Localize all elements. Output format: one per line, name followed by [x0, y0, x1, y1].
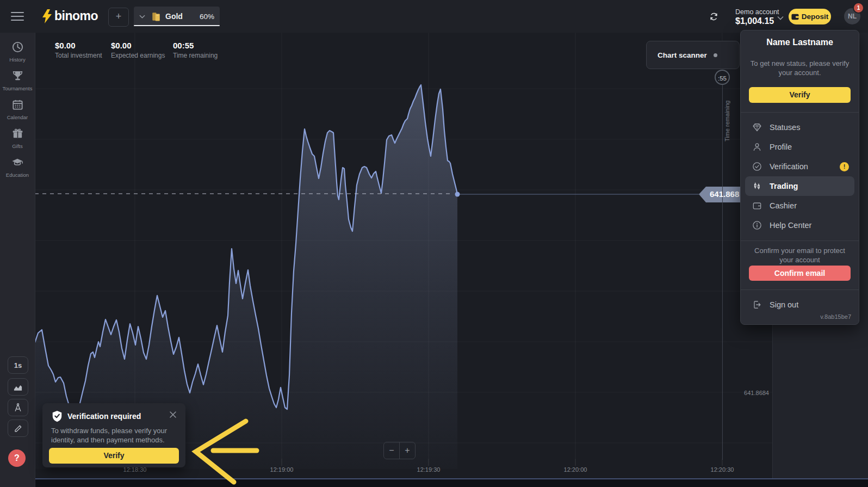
- status-hint-text: To get new status, please verify your ac…: [748, 59, 851, 77]
- sidebar-item-education[interactable]: Education: [0, 156, 35, 185]
- countdown-timer: :55: [715, 70, 730, 85]
- gold-asset-icon: [151, 11, 161, 22]
- sidebar-item-label: Tournaments: [0, 85, 35, 91]
- shield-check-icon: [51, 410, 63, 423]
- sign-out-label: Sign out: [770, 300, 798, 309]
- profile-icon: [752, 141, 762, 152]
- compass-icon: [13, 403, 23, 412]
- asset-tab-payout: 60%: [200, 13, 214, 21]
- account-chevron-down-icon[interactable]: [777, 16, 784, 20]
- indicators-button[interactable]: [8, 399, 28, 416]
- zoom-in-button[interactable]: +: [400, 442, 415, 459]
- time-remaining-label: Time remaining: [173, 52, 218, 59]
- scanner-status-dot: [714, 53, 717, 57]
- total-investment-value: $0.00: [55, 41, 102, 50]
- asset-tab-gold[interactable]: Gold 60%: [134, 7, 220, 26]
- sidebar-item-label: Calendar: [0, 114, 35, 120]
- menu-item-label: Statuses: [770, 123, 800, 132]
- total-investment-stat: $0.00 Total investment: [55, 41, 102, 59]
- confirm-email-note: Confirm your email to protect your accou…: [748, 246, 851, 264]
- popup-verify-button[interactable]: Verify: [49, 448, 179, 464]
- menu-item-label: Verification: [770, 162, 808, 171]
- menu-item-help-center[interactable]: Help Center: [741, 215, 859, 235]
- asset-tab-underline: [134, 25, 220, 26]
- tutorial-arrow-icon: [189, 411, 261, 485]
- confirm-email-button[interactable]: Confirm email: [749, 266, 851, 281]
- menu-item-cashier[interactable]: Cashier: [741, 196, 859, 215]
- account-type-label: Demo account: [735, 8, 779, 16]
- info-icon: [752, 220, 762, 231]
- asset-tab-name: Gold: [165, 12, 183, 21]
- verification-required-popup: Verification required To withdraw funds,…: [42, 403, 185, 467]
- sidebar-item-history[interactable]: History: [0, 41, 35, 70]
- binomo-logo-text[interactable]: binomo: [54, 9, 98, 23]
- total-investment-label: Total investment: [55, 52, 102, 59]
- add-asset-tab-button[interactable]: +: [108, 8, 129, 27]
- verify-account-button[interactable]: Verify: [749, 87, 851, 103]
- menu-item-label: Help Center: [770, 221, 811, 230]
- verification-alert-badge: !: [840, 162, 849, 171]
- account-dropdown-menu: Name Lastname To get new status, please …: [740, 30, 859, 325]
- wallet-icon: [791, 14, 799, 20]
- zoom-out-button[interactable]: −: [384, 442, 400, 459]
- bottom-strip: [35, 479, 868, 487]
- close-icon[interactable]: [169, 411, 177, 418]
- sidebar-item-calendar[interactable]: Calendar: [0, 98, 35, 127]
- time-axis-tick: 12:19:30: [407, 466, 450, 473]
- refresh-icon[interactable]: [709, 11, 719, 22]
- popup-body-text: To withdraw funds, please verify your id…: [51, 426, 175, 445]
- popup-title: Verification required: [67, 412, 141, 421]
- deposit-button[interactable]: Deposit: [789, 9, 831, 24]
- hamburger-menu-icon[interactable]: [11, 11, 24, 21]
- time-axis-tick: 12:19:00: [260, 466, 303, 473]
- tournaments-icon: [11, 70, 24, 82]
- check-circle-icon: [752, 161, 762, 172]
- chevron-down-icon[interactable]: [139, 15, 145, 19]
- binomo-trading-app: $0.00 Total investment $0.00 Expected ea…: [0, 0, 868, 487]
- account-name: Name Lastname: [741, 38, 859, 47]
- chart-type-button[interactable]: [8, 378, 28, 396]
- divider: [741, 289, 859, 290]
- sign-out-button[interactable]: Sign out: [741, 295, 859, 315]
- sidebar-item-tournaments[interactable]: Tournaments: [0, 70, 35, 98]
- chart-scanner-label: Chart scanner: [658, 51, 707, 59]
- expected-earnings-label: Expected earnings: [111, 52, 165, 59]
- sidebar-item-label: Education: [0, 172, 35, 178]
- account-balance: $1,004.15: [735, 16, 779, 26]
- expiry-time-line: [722, 85, 723, 460]
- sign-out-icon: [752, 299, 762, 310]
- calendar-icon: [11, 98, 24, 111]
- time-remaining-stat: 00:55 Time remaining: [173, 41, 218, 59]
- divider: [741, 241, 859, 241]
- drawing-tools-button[interactable]: [8, 420, 28, 437]
- sidebar-item-label: History: [0, 57, 35, 63]
- menu-item-profile[interactable]: Profile: [741, 137, 859, 157]
- deposit-label: Deposit: [802, 13, 829, 21]
- help-button[interactable]: ?: [8, 449, 26, 467]
- expected-earnings-stat: $0.00 Expected earnings: [111, 41, 165, 59]
- menu-item-verification[interactable]: Verification !: [741, 157, 859, 176]
- area-chart-icon: [13, 383, 23, 391]
- notification-badge: 1: [853, 2, 864, 14]
- pencil-icon: [14, 424, 23, 433]
- menu-item-label: Cashier: [770, 201, 797, 210]
- history-icon: [11, 41, 24, 53]
- expected-earnings-value: $0.00: [111, 41, 165, 50]
- left-sidebar: History Tournaments Calendar: [0, 33, 35, 487]
- menu-item-label: Trading: [770, 182, 798, 190]
- gifts-icon: [11, 127, 24, 140]
- candlestick-icon: [752, 181, 762, 192]
- binomo-logo-icon: [41, 9, 52, 24]
- menu-item-statuses[interactable]: Statuses: [741, 118, 859, 137]
- time-axis-tick: 12:20:30: [700, 466, 744, 473]
- price-axis-label: 641.8684: [723, 390, 769, 396]
- chart-scanner-button[interactable]: Chart scanner: [646, 41, 740, 69]
- account-switcher[interactable]: Demo account $1,004.15: [735, 8, 779, 26]
- sidebar-item-gifts[interactable]: Gifts: [0, 127, 35, 156]
- diamond-icon: [752, 122, 762, 133]
- time-axis-tick: 12:20:00: [554, 466, 597, 473]
- menu-item-trading[interactable]: Trading: [745, 176, 854, 196]
- wallet-icon: [752, 200, 762, 211]
- timeframe-button[interactable]: 1s: [8, 356, 28, 374]
- top-bar: binomo + Gold 60% Demo account: [0, 0, 868, 33]
